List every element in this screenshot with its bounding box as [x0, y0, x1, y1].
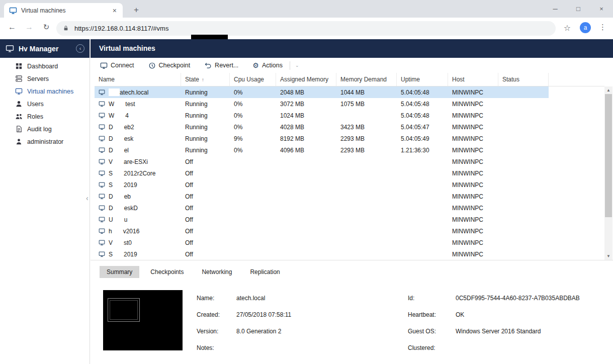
- vm-host-cell: MINWINPC: [448, 228, 498, 235]
- sidebar-collapse-button[interactable]: ‹: [76, 44, 84, 53]
- dashboard-grid-icon: [15, 62, 23, 70]
- reload-icon[interactable]: ↻: [40, 23, 52, 32]
- vm-console-thumbnail[interactable]: [103, 290, 183, 350]
- vm-row[interactable]: DeskD Off MINWINPC: [95, 202, 549, 214]
- vm-row[interactable]: Deb2 Running 0% 4028 MB 3423 MB 5.04:05:…: [95, 121, 549, 133]
- checkpoint-button[interactable]: Checkpoint: [148, 62, 191, 69]
- scroll-down-icon[interactable]: ▼: [604, 252, 612, 260]
- column-header-assigned-memory[interactable]: Assigned Memory: [276, 73, 336, 86]
- bookmark-star-icon[interactable]: ☆: [564, 23, 571, 33]
- tab-favicon-icon: [9, 7, 17, 15]
- name-redaction: [113, 216, 124, 223]
- vm-row[interactable]: S2019 Off MINWINPC: [95, 179, 549, 191]
- vm-row[interactable]: Vare-ESXi Off MINWINPC: [95, 156, 549, 167]
- column-header-uptime[interactable]: Uptime: [397, 73, 448, 86]
- vm-icon: [99, 101, 105, 107]
- tab-title: Virtual machines: [21, 7, 112, 14]
- sidebar-item-dashboard[interactable]: Dashboard: [0, 60, 90, 72]
- browser-tab[interactable]: Virtual machines ×: [4, 3, 123, 18]
- vm-icon: [99, 181, 105, 188]
- sidebar-item-servers[interactable]: Servers: [0, 72, 90, 85]
- name-redaction: [113, 193, 124, 200]
- table-header: Name State↑ Cpu Usage Assigned Memory Me…: [95, 73, 604, 86]
- vm-row[interactable]: S2019 Off MINWINPC: [95, 248, 549, 260]
- vm-name-cell: Del: [95, 146, 181, 154]
- sidebar-item-users[interactable]: Users: [0, 98, 90, 110]
- name-redaction: [113, 123, 124, 131]
- new-tab-button[interactable]: +: [130, 4, 143, 17]
- tab-networking[interactable]: Networking: [195, 266, 239, 278]
- vm-row[interactable]: atech.local Running 0% 2048 MB 1044 MB 5…: [95, 86, 549, 98]
- window-minimize-button[interactable]: ─: [544, 0, 567, 18]
- profile-avatar[interactable]: a: [580, 22, 591, 33]
- vm-host-cell: MINWINPC: [448, 193, 498, 200]
- address-bar[interactable]: https://192.168.0.114:8117/#vms: [56, 21, 556, 36]
- summary-panel: Name:atech.local Created:27/05/2018 07:5…: [91, 282, 613, 364]
- vm-name-cell: Vare-ESXi: [95, 158, 181, 165]
- vm-uptime-cell: 5.04:05:48: [397, 101, 448, 108]
- vm-row[interactable]: S2012r2Core Off MINWINPC: [95, 167, 549, 179]
- name-redaction: [113, 146, 124, 154]
- vm-row[interactable]: hv2016 Off MINWINPC: [95, 225, 549, 237]
- vm-row[interactable]: Uu Off MINWINPC: [95, 214, 549, 225]
- sidebar-resize-handle[interactable]: ‹: [86, 194, 89, 202]
- vm-row[interactable]: Desk Running 9% 8192 MB 2293 MB 5.04:05:…: [95, 133, 549, 144]
- sidebar-item-administrator[interactable]: administrator: [0, 135, 90, 148]
- tab-replication[interactable]: Replication: [243, 266, 287, 278]
- vm-uptime-cell: 5.04:05:48: [397, 89, 448, 96]
- vm-row[interactable]: Wtest Running 0% 3072 MB 1075 MB 5.04:05…: [95, 98, 549, 110]
- scroll-thumb[interactable]: [605, 94, 612, 217]
- vm-icon: [99, 89, 105, 96]
- sidebar-item-roles[interactable]: Roles: [0, 110, 90, 123]
- monitor-icon: [15, 87, 23, 95]
- field-value-created: 27/05/2018 07:58:11: [236, 311, 291, 318]
- vm-name-cell: DeskD: [95, 204, 181, 212]
- connect-label: Connect: [111, 62, 134, 69]
- app-frame: Hv Manager ‹ Dashboard Servers Virtual m…: [0, 39, 613, 364]
- sidebar-item-label: Users: [27, 101, 44, 108]
- vm-uptime-cell: 5.04:05:48: [397, 112, 448, 119]
- vertical-scrollbar[interactable]: ▲ ▼: [604, 86, 612, 260]
- connect-button[interactable]: Connect: [100, 62, 134, 69]
- column-header-memory-demand[interactable]: Memory Demand: [336, 73, 397, 86]
- name-redaction: [113, 169, 124, 177]
- revert-button[interactable]: Revert...: [204, 62, 238, 69]
- scroll-up-icon[interactable]: ▲: [604, 86, 612, 94]
- roles-people-icon: [15, 113, 23, 120]
- forward-icon[interactable]: →: [23, 23, 35, 32]
- vm-icon: [99, 216, 105, 223]
- actions-chevron-down-icon[interactable]: ⌄: [295, 63, 299, 68]
- column-header-status[interactable]: Status: [498, 73, 549, 86]
- sidebar-item-virtual-machines[interactable]: Virtual machines: [0, 85, 90, 98]
- vm-assigned-memory-cell: 4028 MB: [276, 124, 336, 131]
- sidebar-item-audit-log[interactable]: Audit log: [0, 123, 90, 135]
- actions-button[interactable]: ⚙ Actions: [252, 62, 283, 69]
- tab-close-icon[interactable]: ×: [112, 7, 118, 15]
- browser-menu-icon[interactable]: ⋮: [599, 23, 606, 32]
- tab-checkpoints[interactable]: Checkpoints: [143, 266, 191, 278]
- column-header-cpu-usage[interactable]: Cpu Usage: [230, 73, 276, 86]
- vm-assigned-memory-cell: 8192 MB: [276, 135, 336, 142]
- column-header-state[interactable]: State↑: [181, 73, 230, 86]
- tab-summary[interactable]: Summary: [100, 266, 139, 278]
- column-header-name[interactable]: Name: [95, 73, 181, 86]
- window-maximize-button[interactable]: □: [567, 0, 590, 18]
- vm-host-cell: MINWINPC: [448, 181, 498, 189]
- window-close-button[interactable]: ×: [590, 0, 613, 18]
- field-value-guest-os: Windows Server 2016 Standard: [456, 328, 541, 335]
- sidebar-item-label: Dashboard: [27, 63, 58, 70]
- vm-row[interactable]: Vst0 Off MINWINPC: [95, 237, 549, 248]
- vm-host-cell: MINWINPC: [448, 112, 498, 119]
- checkpoint-clock-icon: [148, 62, 156, 69]
- name-redaction: [113, 239, 124, 246]
- vm-row[interactable]: W4 Running 0% 1024 MB 5.04:05:48 MINWINP…: [95, 110, 549, 121]
- vm-state-cell: Off: [181, 251, 230, 258]
- sidebar-item-label: Audit log: [27, 126, 52, 133]
- vm-state-cell: Off: [181, 170, 230, 177]
- vm-row[interactable]: Deb Off MINWINPC: [95, 191, 549, 202]
- vm-row[interactable]: Del Running 0% 4096 MB 2293 MB 1.21:36:3…: [95, 144, 549, 156]
- back-icon[interactable]: ←: [6, 23, 18, 32]
- column-header-host[interactable]: Host: [448, 73, 498, 86]
- vm-name-cell: S2012r2Core: [95, 169, 181, 177]
- vm-state-cell: Off: [181, 158, 230, 165]
